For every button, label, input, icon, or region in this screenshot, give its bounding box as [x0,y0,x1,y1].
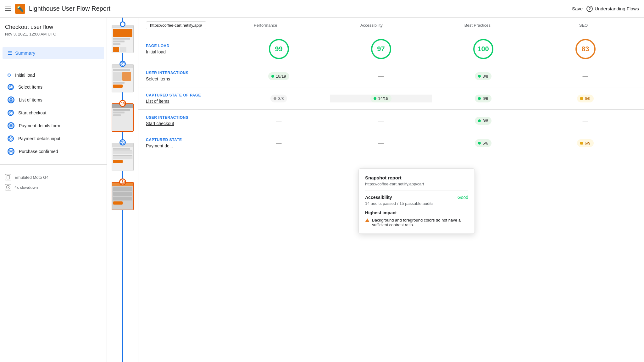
tooltip-popup: Snapshot report https://coffee-cart.netl… [358,168,475,234]
timeline-node-clock [119,139,126,145]
tooltip-cat-row: Accessibility Good [365,195,468,200]
tooltip-category-section: Accessibility Good 14 audits passed / 15… [365,195,468,206]
tooltip-impact-item: Background and foreground colors do not … [365,218,468,227]
help-button[interactable]: ? Understanding Flows [586,6,639,12]
score-pill-18: 18/19 [268,72,289,80]
sidebar: Checkout user flow Nov 3, 2021, 12:00 AM… [0,18,107,362]
tooltip-desc: 14 audits passed / 15 passable audits [365,201,468,206]
slowdown-label: 4x slowdown [14,185,38,190]
section-captured-state-2: Captured state Payment de... — — 6/6 [138,132,644,154]
score-pill-6-9-orange: 6/9 [577,95,593,102]
section-type: Captured state of page [146,93,228,97]
section-name[interactable]: Payment de... [146,143,228,148]
pill-value: 14/15 [378,96,388,101]
dot-grey [274,97,276,100]
section-page-load: Page load Initial load 99 97 100 83 [138,33,644,65]
pill-value: 6/6 [482,141,488,145]
help-circle-icon: ? [586,6,593,12]
device-info: Emulated Moto G4 [5,172,102,182]
section-row: Captured state Payment de... — — 6/6 [138,132,644,154]
nav-label: Select Items [18,85,42,90]
timeline-column [107,18,138,362]
score-dash: — [583,73,588,80]
thumb-start-checkout[interactable] [112,143,134,171]
main-content: https://coffee-cart.netlify.app/ Perform… [138,18,644,362]
thumb-initial-load[interactable] [112,25,134,53]
nav-item-select-items[interactable]: Select Items [0,81,107,93]
score-performance: — [228,117,330,125]
nav-label: Purchase confirmed [19,149,58,154]
score-performance: — [228,139,330,147]
section-name[interactable]: List of items [146,99,228,104]
section-type: Page load [146,44,228,48]
thumb-list-of-items[interactable] [112,103,134,132]
nav-item-list-of-items[interactable]: List of items [0,93,107,107]
menu-icon[interactable] [5,7,11,11]
score-seo: 6/9 [534,95,636,102]
nav-icon-clock [8,84,14,90]
pill-value: 8/8 [482,74,488,79]
section-captured-state-1: Captured state of page List of items 3/3… [138,87,644,110]
section-name[interactable]: Initial load [146,49,228,54]
app-logo: 🔦 [15,4,25,14]
section-scores: 18/19 — 8/8 — [228,72,636,80]
divider [0,43,107,43]
thumb-select-items[interactable] [112,64,134,92]
nav-label: Payment details input [18,136,60,141]
site-url[interactable]: https://coffee-cart.netlify.app/ [146,21,206,29]
slowdown-info: 4x slowdown [5,182,102,192]
score-pill-6-6: 6/6 [475,95,491,102]
score-best-practices: 6/6 [432,95,534,102]
sidebar-summary[interactable]: ☰ Summary [3,47,104,59]
divider3 [0,164,107,165]
help-label: Understanding Flows [595,6,639,11]
section-scores: — — 8/8 — [228,117,636,125]
nav-item-payment-details-input[interactable]: Payment details input [0,132,107,145]
flow-title: Checkout user flow [5,24,102,30]
save-button[interactable]: Save [572,6,583,11]
timeline-thumb-3 [107,96,138,135]
tooltip-cat-label: Accessibility [365,195,392,200]
timeline-node-clock [119,61,126,67]
score-pill-14-15: 14/15 [370,95,391,102]
nav-icon-circle [8,74,11,77]
slowdown-icon [5,184,11,190]
score-best-practices: 100 [432,39,534,59]
score-accessibility-highlighted: 14/15 [330,95,432,102]
nav-item-payment-details-form[interactable]: Payment details form [0,119,107,132]
nav-item-start-checkout[interactable]: Start checkout [0,107,107,119]
tooltip-title: Snapshot report [365,175,468,180]
dot-green [478,119,481,122]
sidebar-header: Checkout user flow Nov 3, 2021, 12:00 AM… [0,18,107,39]
section-row: User interactions Start checkout — — 8/8 [138,110,644,132]
tooltip-cat-value: Good [458,195,468,200]
warning-triangle-icon [365,218,369,222]
nav-icon-camera [8,122,14,129]
score-dash: — [378,118,384,124]
nav-icon-camera [8,148,14,155]
score-accessibility: — [330,139,432,147]
col-seo: SEO [530,23,636,28]
tooltip-url: https://coffee-cart.netlify.app/cart [365,182,468,190]
section-type: Captured state [146,138,228,142]
section-info: Captured state Payment de... [146,138,228,148]
pill-value: 3/3 [278,96,284,101]
pill-value: 18/19 [276,74,286,79]
dot-green [478,97,481,100]
score-seo: 6/9 [534,139,636,147]
nav-item-purchase-confirmed[interactable]: Purchase confirmed [0,145,107,158]
section-name[interactable]: Start checkout [146,121,228,126]
section-row: User interactions Select Items 18/19 — [138,65,644,87]
dot-green [374,97,376,100]
timeline-node-camera-orange [119,100,126,107]
svg-point-9 [122,103,123,104]
tooltip-impact-label: Highest impact [365,210,468,215]
section-scores: — — 6/6 6/9 [228,139,636,147]
score-best-practices: 8/8 [432,117,534,125]
timeline-thumb-2 [107,57,138,96]
section-name[interactable]: Select Items [146,76,228,81]
score-pill-6-6-b: 6/6 [475,139,491,147]
thumb-payment-form[interactable] [112,182,134,210]
nav-item-initial-load[interactable]: Initial load [0,69,107,81]
list-icon: ☰ [8,50,12,56]
